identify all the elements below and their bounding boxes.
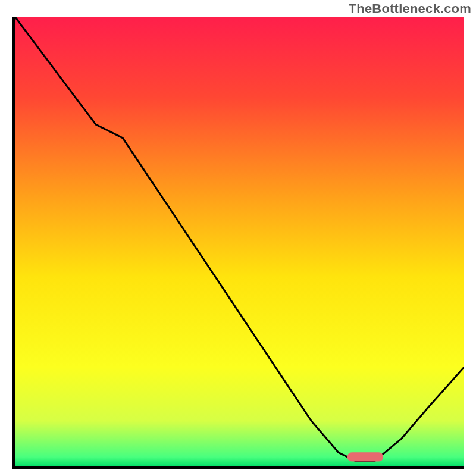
watermark-text: TheBottleneck.com bbox=[349, 1, 471, 17]
svg-rect-1 bbox=[347, 452, 383, 461]
optimal-marker bbox=[15, 17, 464, 466]
chart-frame: TheBottleneck.com bbox=[0, 0, 476, 476]
plot-area bbox=[12, 17, 464, 469]
